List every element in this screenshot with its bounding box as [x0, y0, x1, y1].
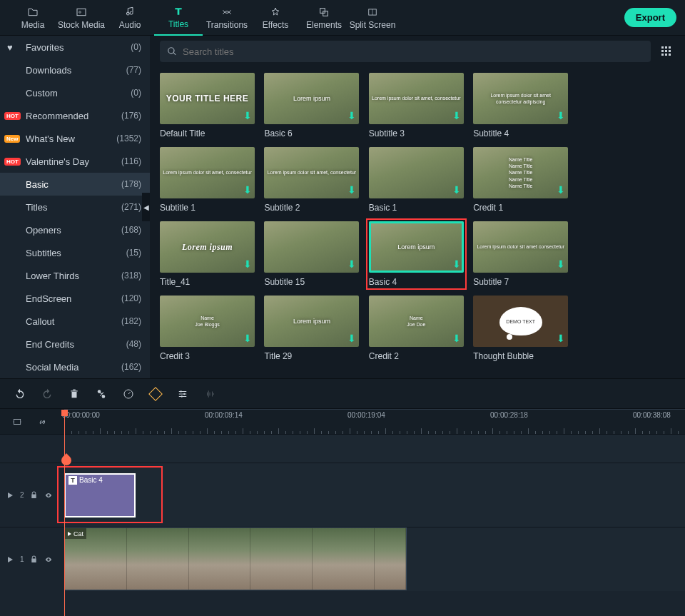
title-card-title-41[interactable]: Lorem ipsum⬇Title_41 [160, 221, 255, 287]
tab-split-screen[interactable]: Split Screen [348, 0, 397, 36]
eye-icon[interactable] [44, 492, 54, 499]
sidebar-item-label: Callout [26, 316, 121, 327]
title-track[interactable]: 2 T Basic 4 [0, 463, 685, 527]
title-card-title-29[interactable]: Lorem ipsum⬇Title 29 [264, 296, 359, 361]
download-icon: ⬇ [347, 110, 356, 121]
tab-transitions[interactable]: Transitions [203, 0, 251, 36]
search-icon [167, 46, 177, 56]
tab-media[interactable]: Media [9, 0, 57, 36]
split-button[interactable] [93, 385, 110, 403]
search-input[interactable] [183, 46, 644, 57]
sidebar: ♥Favorites(0)Downloads(77)Custom(0)HOTRe… [0, 36, 150, 378]
title-card-default-title[interactable]: YOUR TITLE HERE⬇Default Title [160, 73, 255, 138]
sidebar-item-end-credits[interactable]: End Credits(48) [0, 333, 150, 355]
thought-bubble-icon: DEMO TEXT [499, 307, 542, 335]
download-icon: ⬇ [452, 333, 461, 344]
card-label: Subtitle 7 [473, 277, 568, 287]
sidebar-item-lower-thirds[interactable]: Lower Thirds(318) [0, 264, 150, 287]
title-card-basic-1[interactable]: ⬇Basic 1 [369, 147, 464, 213]
title-clip[interactable]: T Basic 4 [64, 473, 136, 517]
card-label: Subtitle 1 [160, 203, 255, 213]
tab-audio[interactable]: Audio [106, 0, 154, 36]
lock-icon[interactable] [30, 491, 38, 499]
sidebar-item-label: Valentine's Day [26, 156, 121, 167]
title-card-subtitle-15[interactable]: ⬇Subtitle 15 [264, 221, 359, 287]
tab-titles[interactable]: Titles [154, 0, 203, 36]
playhead[interactable] [64, 410, 65, 616]
sidebar-item-valentine-s-day[interactable]: HOTValentine's Day(116) [0, 150, 150, 173]
eye-icon[interactable] [44, 556, 54, 563]
sidebar-item-recommended[interactable]: HOTRecommended(176) [0, 104, 150, 127]
title-overlay-text: Lorem ipsum dolor sit ametconsectetur ad… [487, 92, 553, 105]
link-button[interactable] [34, 413, 51, 430]
lock-icon[interactable] [30, 555, 38, 563]
tab-elements[interactable]: Elements [300, 0, 348, 36]
tab-effects[interactable]: Effects [251, 0, 300, 36]
redo-button[interactable] [39, 385, 56, 403]
title-overlay-text: NameJoe Doe [404, 315, 428, 328]
search-box[interactable] [160, 41, 651, 62]
title-card-subtitle-2[interactable]: Lorem ipsum dolor sit amet, consectetur⬇… [264, 147, 359, 213]
card-label: Title_41 [160, 277, 255, 287]
ruler-time-label: 00:00:19:04 [347, 411, 385, 419]
title-card-thought-bubble[interactable]: DEMO TEXT⬇Thought Bubble [473, 296, 568, 361]
sidebar-item-basic[interactable]: Basic(178) [0, 173, 150, 196]
keyframe-button[interactable] [147, 385, 164, 403]
card-label: Thought Bubble [473, 351, 568, 361]
download-icon: ⬇ [557, 258, 565, 270]
audio-waveform-button[interactable] [201, 385, 218, 403]
svg-rect-10 [669, 50, 671, 52]
title-card-credit-3[interactable]: NameJoe Bloggs⬇Credit 3 [160, 296, 255, 361]
tab-stock-media[interactable]: Stock Media [57, 0, 106, 36]
title-card-subtitle-4[interactable]: Lorem ipsum dolor sit ametconsectetur ad… [473, 73, 568, 138]
sidebar-item-count: (318) [121, 271, 141, 281]
sidebar-item-label: End Credits [26, 339, 126, 350]
sidebar-item-social-media[interactable]: Social Media(162) [0, 355, 150, 378]
title-overlay-text: Lorem ipsum dolor sit amet, consectetur [265, 169, 360, 176]
heart-icon: ♥ [7, 42, 13, 53]
sidebar-collapse-handle[interactable]: ◀ [142, 193, 150, 221]
sidebar-item-label: Favorites [26, 42, 131, 53]
speed-button[interactable] [120, 385, 137, 403]
delete-button[interactable] [66, 385, 83, 403]
title-overlay-text: Lorem ipsum dolor sit amet, consectetur [369, 95, 464, 101]
hot-badge: HOT [4, 112, 21, 120]
title-card-credit-1[interactable]: Name TitleName TitleName TitleName Title… [473, 147, 568, 213]
sidebar-item-subtitles[interactable]: Subtitles(15) [0, 241, 150, 264]
split-screen-icon [366, 6, 379, 19]
title-card-subtitle-7[interactable]: Lorem ipsum dolor sit amet consectetur⬇S… [473, 221, 568, 287]
sidebar-item-what-s-new[interactable]: NewWhat's New(1352) [0, 127, 150, 150]
download-icon: ⬇ [557, 184, 565, 196]
play-icon [68, 532, 71, 536]
card-label: Credit 1 [473, 203, 568, 213]
sidebar-item-titles[interactable]: Titles(271) [0, 196, 150, 218]
svg-point-1 [79, 11, 81, 13]
export-button[interactable]: Export [624, 8, 676, 27]
video-track[interactable]: 1 Cat [0, 527, 685, 591]
svg-point-15 [181, 390, 182, 392]
sidebar-item-label: Basic [26, 179, 121, 190]
title-card-credit-2[interactable]: NameJoe Doe⬇Credit 2 [369, 296, 464, 361]
grid-view-toggle[interactable] [658, 43, 675, 60]
svg-rect-2 [320, 8, 325, 13]
title-card-subtitle-1[interactable]: Lorem ipsum dolor sit amet, consectetur⬇… [160, 147, 255, 213]
download-icon: ⬇ [347, 184, 356, 196]
title-card-basic-6[interactable]: Lorem ipsum⬇Basic 6 [264, 73, 359, 138]
sidebar-item-downloads[interactable]: Downloads(77) [0, 59, 150, 81]
video-clip[interactable]: Cat [64, 527, 407, 590]
time-ruler[interactable]: 00:00:00:0000:00:09:1400:00:19:0400:00:2… [0, 408, 685, 434]
sidebar-item-count: (168) [121, 225, 141, 235]
svg-rect-6 [665, 46, 667, 49]
title-overlay-text: NameJoe Bloggs [192, 315, 223, 328]
title-card-basic-4[interactable]: Lorem ipsum⬇Basic 4 [369, 221, 464, 287]
sidebar-item-custom[interactable]: Custom(0) [0, 81, 150, 104]
sidebar-item-callout[interactable]: Callout(182) [0, 310, 150, 333]
fit-timeline-button[interactable] [9, 413, 26, 430]
card-label: Default Title [160, 128, 255, 138]
title-card-subtitle-3[interactable]: Lorem ipsum dolor sit amet, consectetur⬇… [369, 73, 464, 138]
undo-button[interactable] [11, 385, 29, 403]
sidebar-item-favorites[interactable]: ♥Favorites(0) [0, 36, 150, 59]
adjust-button[interactable] [174, 385, 191, 403]
sidebar-item-openers[interactable]: Openers(168) [0, 218, 150, 241]
sidebar-item-endscreen[interactable]: EndScreen(120) [0, 287, 150, 310]
